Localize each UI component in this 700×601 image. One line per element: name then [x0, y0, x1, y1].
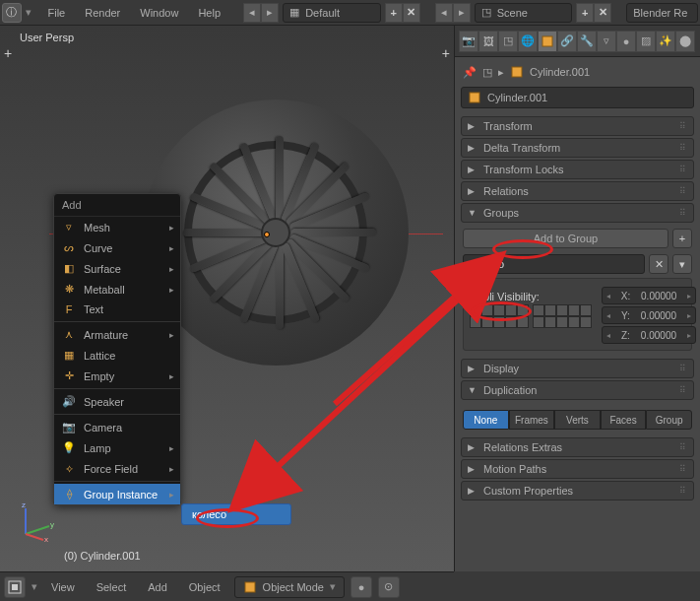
properties-tabs: 📷 🖼 ◳ 🌐 🔗 🔧 ▿ ● ▨ ✨ ⬤ — [455, 26, 700, 57]
add-menu-text[interactable]: FText — [54, 300, 180, 319]
tab-data[interactable]: ▿ — [597, 31, 616, 52]
grip-icon[interactable]: ⠿ — [679, 143, 687, 153]
grip-icon[interactable]: ⠿ — [679, 208, 687, 218]
panel-relations[interactable]: ▶Relations⠿ — [461, 181, 694, 201]
grip-icon[interactable]: ⠿ — [679, 486, 687, 496]
object-name-field[interactable]: Cylinder.001 — [461, 87, 694, 108]
panel-delta-transform[interactable]: ▶Delta Transform⠿ — [461, 138, 694, 158]
tab-particles[interactable]: ✨ — [656, 31, 675, 52]
grip-icon[interactable]: ⠿ — [679, 121, 687, 131]
add-to-group-button[interactable]: Add to Group — [463, 229, 668, 248]
chevron-down-icon[interactable]: ▾ — [26, 6, 36, 19]
dupli-verts-button[interactable]: Verts — [554, 410, 601, 430]
panel-duplication[interactable]: ▼Duplication⠿ — [461, 380, 694, 400]
force field-icon: ⟡ — [62, 462, 76, 475]
mesh-object-wheel[interactable] — [143, 100, 409, 366]
shading-button[interactable]: ● — [350, 576, 372, 598]
grip-icon[interactable]: ⠿ — [679, 165, 687, 174]
offset-y-field[interactable]: ◂Y:0.00000▸ — [602, 306, 696, 324]
add-group-plus-button[interactable]: + — [672, 229, 692, 248]
pivot-button[interactable]: ⊙ — [378, 576, 400, 598]
group-specials-button[interactable]: ▾ — [672, 254, 692, 274]
group-name-field[interactable]: колесо — [463, 254, 645, 274]
pin-icon[interactable]: 📌 — [463, 66, 477, 79]
tab-scene[interactable]: ◳ — [498, 31, 518, 52]
scene-field[interactable]: ◳ Scene — [475, 3, 572, 23]
tab-texture[interactable]: ▨ — [636, 31, 656, 52]
add-menu-surface[interactable]: ◧Surface▸ — [54, 258, 180, 279]
add-menu-armature[interactable]: ⋏Armature▸ — [54, 324, 180, 345]
select-menu[interactable]: Select — [89, 577, 135, 597]
tab-render[interactable]: 📷 — [459, 31, 478, 52]
svg-rect-8 — [470, 93, 479, 102]
add-menu-group-instance[interactable]: ⟠ Group Instance ▸ — [54, 484, 180, 504]
submenu-arrow-icon: ▸ — [169, 264, 174, 274]
add-menu-curve[interactable]: ᔕCurve▸ — [54, 237, 180, 258]
tab-world[interactable]: 🌐 — [518, 31, 538, 52]
menu-window[interactable]: Window — [132, 3, 186, 23]
view-menu[interactable]: View — [43, 577, 83, 597]
dupli-frames-button[interactable]: Frames — [509, 410, 555, 430]
chevron-down-icon[interactable]: ▾ — [32, 580, 37, 593]
offset-x-field[interactable]: ◂X:0.00000▸ — [602, 287, 696, 304]
menu-file[interactable]: File — [39, 3, 73, 23]
render-engine-field[interactable]: Blender Re — [626, 3, 698, 23]
panel-relations-extras[interactable]: ▶Relations Extras⠿ — [461, 437, 694, 457]
dupli-group-button[interactable]: Group — [646, 410, 692, 430]
offset-z-field[interactable]: ◂Z:0.00000▸ — [602, 326, 696, 344]
object-menu[interactable]: Object — [181, 577, 228, 597]
tab-material[interactable]: ● — [616, 31, 636, 52]
menu-render[interactable]: Render — [77, 3, 128, 23]
mesh-icon: ▿ — [62, 221, 76, 234]
panel-title: Delta Transform — [483, 142, 560, 154]
add-menu-empty[interactable]: ✛Empty▸ — [54, 366, 180, 386]
grip-icon[interactable]: ⠿ — [679, 464, 687, 474]
panel-display[interactable]: ▶Display⠿ — [461, 359, 694, 378]
add-menu-force-field[interactable]: ⟡Force Field▸ — [54, 458, 180, 479]
add-menu-lattice[interactable]: ▦Lattice — [54, 345, 180, 366]
3d-viewport[interactable]: User Persp + + z y x (0) Cylinder.001 Ad… — [0, 26, 454, 571]
group-instance-submenu-item[interactable]: колесо — [181, 503, 291, 525]
collapse-icon: ▶ — [468, 464, 477, 474]
text-icon: F — [62, 303, 76, 315]
region-toggle-left-icon[interactable]: + — [4, 45, 12, 61]
grip-icon[interactable]: ⠿ — [679, 364, 687, 373]
add-menu-speaker[interactable]: 🔊Speaker — [54, 391, 180, 412]
svg-rect-6 — [542, 36, 552, 46]
screen-layout-field[interactable]: ▦ Default — [283, 3, 380, 23]
tab-modifiers[interactable]: 🔧 — [577, 31, 597, 52]
panel-title: Motion Paths — [483, 463, 546, 475]
editor-type-icon[interactable] — [4, 576, 26, 598]
tab-physics[interactable]: ⬤ — [675, 31, 695, 52]
panel-custom-properties[interactable]: ▶Custom Properties⠿ — [461, 481, 694, 501]
layer-grid-2[interactable] — [533, 304, 592, 328]
panel-motion-paths[interactable]: ▶Motion Paths⠿ — [461, 459, 694, 479]
add-menu-mesh[interactable]: ▿Mesh▸ — [54, 217, 180, 237]
expand-icon: ▼ — [468, 385, 477, 395]
add-menu-camera[interactable]: 📷Camera — [54, 417, 180, 437]
scene-add-remove[interactable]: +✕ — [576, 3, 611, 23]
remove-group-button[interactable]: ✕ — [649, 254, 668, 274]
menu-help[interactable]: Help — [190, 3, 228, 23]
tab-render-layers[interactable]: 🖼 — [478, 31, 498, 52]
tab-constraints[interactable]: 🔗 — [557, 31, 577, 52]
grip-icon[interactable]: ⠿ — [679, 385, 687, 395]
dupli-faces-button[interactable]: Faces — [601, 410, 647, 430]
layer-grid-1[interactable] — [470, 304, 529, 328]
scene-prev-next[interactable]: ◂▸ — [435, 3, 471, 23]
add-menu-lamp[interactable]: 💡Lamp▸ — [54, 437, 180, 458]
mode-dropdown[interactable]: Object Mode ▾ — [234, 576, 345, 598]
panel-groups[interactable]: ▼Groups⠿ — [461, 203, 694, 223]
screen-prev-next[interactable]: ◂▸ — [243, 3, 279, 23]
dupli-none-button[interactable]: None — [463, 410, 509, 430]
grip-icon[interactable]: ⠿ — [679, 442, 687, 452]
add-menu[interactable]: Add — [140, 577, 175, 597]
panel-transform[interactable]: ▶Transform⠿ — [461, 116, 694, 136]
info-icon[interactable]: ⓘ — [2, 3, 22, 23]
add-menu-metaball[interactable]: ❋Metaball▸ — [54, 279, 180, 300]
panel-transform-locks[interactable]: ▶Transform Locks⠿ — [461, 160, 694, 179]
grip-icon[interactable]: ⠿ — [679, 186, 687, 196]
screen-add-remove[interactable]: +✕ — [385, 3, 420, 23]
tab-object[interactable] — [538, 31, 557, 52]
region-toggle-right-icon[interactable]: + — [442, 45, 450, 61]
